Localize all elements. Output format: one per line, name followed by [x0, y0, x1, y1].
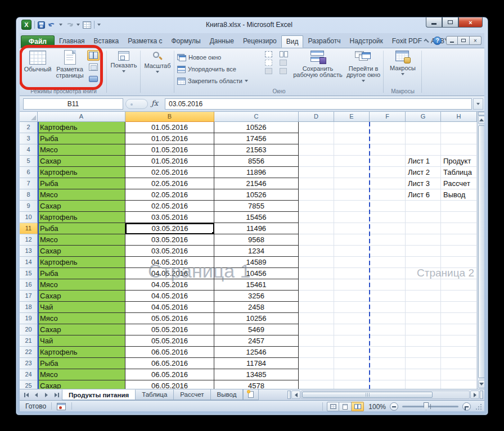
empty-cell[interactable] — [299, 122, 334, 133]
value-cell[interactable]: 21546 — [214, 178, 299, 189]
empty-cell[interactable] — [299, 201, 334, 212]
product-cell[interactable]: Сахар — [38, 201, 125, 212]
row-header[interactable]: 25 — [20, 380, 38, 389]
empty-cell[interactable] — [299, 313, 334, 324]
product-cell[interactable]: Чай — [38, 302, 125, 313]
value-cell[interactable]: 15456 — [214, 212, 299, 223]
date-cell[interactable]: 01.05.2016 — [125, 133, 214, 144]
value-cell[interactable]: 5469 — [214, 324, 299, 335]
row-header[interactable]: 20 — [20, 324, 38, 335]
zoom-slider-handle[interactable] — [424, 402, 429, 410]
empty-cell[interactable] — [370, 246, 406, 257]
empty-cell[interactable] — [334, 189, 370, 201]
first-sheet-button[interactable] — [21, 391, 31, 399]
empty-cell[interactable] — [441, 268, 477, 279]
ribbon-tab[interactable]: Формулы — [166, 35, 205, 48]
empty-cell[interactable] — [406, 313, 441, 324]
empty-cell[interactable] — [441, 369, 477, 380]
zoom-level[interactable]: 100% — [368, 403, 386, 411]
empty-cell[interactable] — [406, 223, 441, 234]
date-cell[interactable]: 01.05.2016 — [125, 156, 214, 167]
empty-cell[interactable] — [441, 358, 477, 369]
empty-cell[interactable] — [406, 133, 441, 144]
empty-cell[interactable] — [441, 257, 477, 268]
value-cell[interactable]: 11784 — [214, 358, 299, 369]
product-cell[interactable]: Мясо — [38, 144, 125, 156]
redo-dropdown-arrow-icon[interactable] — [76, 24, 80, 26]
empty-cell[interactable] — [406, 335, 441, 347]
row-header[interactable]: 19 — [20, 313, 38, 324]
resize-grip[interactable] — [476, 404, 482, 410]
zoom-out-button[interactable] — [390, 402, 398, 411]
empty-cell[interactable] — [334, 144, 370, 156]
empty-cell[interactable] — [334, 122, 370, 133]
row-header[interactable]: 16 — [20, 279, 38, 291]
sheet-link-cell[interactable]: Лист 2 — [406, 167, 441, 178]
row-header[interactable]: 24 — [20, 369, 38, 380]
empty-cell[interactable] — [406, 324, 441, 335]
empty-cell[interactable] — [370, 212, 406, 223]
empty-cell[interactable] — [334, 380, 370, 389]
sheet-link-cell[interactable]: Лист 1 — [406, 156, 441, 167]
empty-cell[interactable] — [334, 223, 370, 234]
product-cell[interactable]: Картофель — [38, 257, 125, 268]
empty-cell[interactable] — [370, 291, 406, 302]
column-header[interactable]: E — [334, 112, 370, 122]
scroll-right-button[interactable] — [470, 391, 479, 399]
empty-cell[interactable] — [406, 212, 441, 223]
value-cell[interactable]: 11496 — [214, 223, 299, 234]
undo-dropdown-arrow-icon[interactable] — [59, 24, 62, 26]
row-header[interactable]: 5 — [20, 156, 38, 167]
normal-view-shortcut[interactable] — [327, 402, 339, 411]
sheet-tab[interactable]: Рассчет — [173, 389, 210, 400]
row-header[interactable]: 14 — [20, 257, 38, 268]
sheet-link-cell[interactable]: Рассчет — [441, 178, 477, 189]
sheet-tab[interactable]: Продукты питания — [62, 389, 136, 400]
empty-cell[interactable] — [441, 144, 477, 156]
workbook-minimize-button[interactable] — [446, 36, 458, 45]
empty-cell[interactable] — [334, 291, 370, 302]
date-cell[interactable]: 05.05.2016 — [125, 313, 214, 324]
page-break-preview-button[interactable] — [87, 50, 100, 61]
vertical-scrollbar[interactable] — [477, 112, 484, 389]
empty-cell[interactable] — [406, 268, 441, 279]
empty-cell[interactable] — [334, 167, 370, 178]
empty-cell[interactable] — [406, 279, 441, 291]
tab-split-handle[interactable] — [480, 391, 483, 399]
macro-record-icon[interactable] — [57, 403, 66, 410]
empty-cell[interactable] — [334, 257, 370, 268]
product-cell[interactable]: Картофель — [38, 167, 125, 178]
horizontal-scroll-track[interactable] — [301, 391, 470, 399]
row-header[interactable]: 22 — [20, 347, 38, 358]
zoom-in-button[interactable] — [462, 402, 471, 411]
empty-cell[interactable] — [406, 369, 441, 380]
row-header[interactable]: 23 — [20, 358, 38, 369]
empty-cell[interactable] — [441, 279, 477, 291]
tab-split-handle[interactable] — [287, 391, 291, 399]
empty-cell[interactable] — [406, 380, 441, 389]
empty-cell[interactable] — [299, 380, 334, 389]
save-workspace-button[interactable]: Сохранить рабочую область — [292, 51, 344, 78]
product-cell[interactable]: Картофель — [38, 122, 125, 133]
empty-cell[interactable] — [370, 268, 406, 279]
empty-cell[interactable] — [299, 246, 334, 257]
empty-cell[interactable] — [334, 313, 370, 324]
empty-cell[interactable] — [370, 133, 406, 144]
unhide-icon[interactable] — [265, 68, 272, 74]
ribbon-tab[interactable]: Foxit PDF — [388, 35, 426, 48]
empty-cell[interactable] — [299, 279, 334, 291]
empty-cell[interactable] — [299, 212, 334, 223]
sheet-link-cell[interactable]: Лист 3 — [406, 178, 441, 189]
row-header[interactable]: 2 — [20, 122, 38, 133]
empty-cell[interactable] — [334, 212, 370, 223]
empty-cell[interactable] — [370, 122, 406, 133]
empty-cell[interactable] — [370, 335, 406, 347]
switch-windows-button[interactable]: Перейти в другое окно — [345, 51, 382, 82]
product-cell[interactable]: Мясо — [38, 189, 125, 201]
date-cell[interactable]: 02.05.2016 — [125, 178, 214, 189]
ribbon-tab[interactable]: Главная — [55, 35, 89, 48]
product-cell[interactable]: Сахар — [38, 380, 125, 389]
value-cell[interactable]: 8556 — [214, 156, 299, 167]
date-cell[interactable]: 03.05.2016 — [125, 212, 214, 223]
empty-cell[interactable] — [370, 369, 406, 380]
